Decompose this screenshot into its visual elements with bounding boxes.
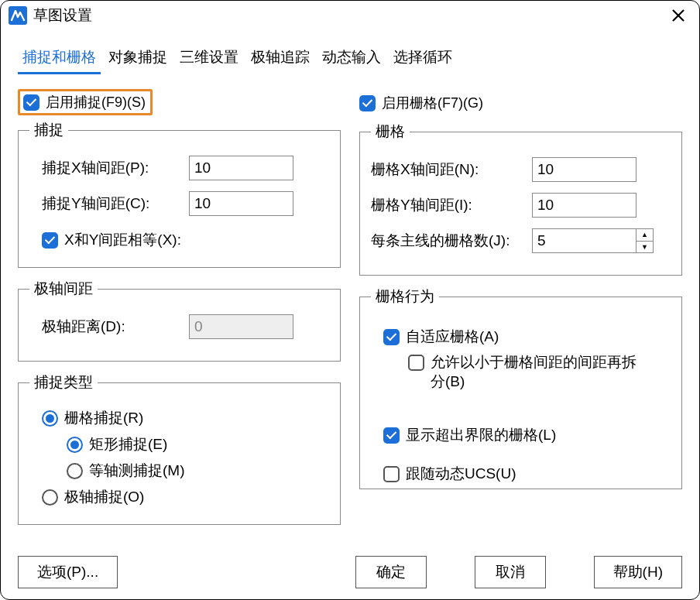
left-column: 启用捕捉(F9)(S) 捕捉 捕捉X轴间距(P): 捕捉Y轴间距(C):: [18, 89, 350, 536]
major-grid-spinner: ▲ ▼: [532, 228, 654, 253]
polar-snap-radio[interactable]: [42, 489, 58, 506]
snap-group-legend: 捕捉: [29, 120, 68, 140]
adaptive-grid-checkbox[interactable]: [383, 329, 400, 345]
enable-grid-label: 启用栅格(F7)(G): [382, 94, 483, 112]
xy-equal-label: X和Y间距相等(X):: [64, 230, 181, 250]
snap-group: 捕捉 捕捉X轴间距(P): 捕捉Y轴间距(C): X和Y间距相等(X):: [18, 120, 341, 268]
grid-behavior-legend: 栅格行为: [371, 286, 439, 307]
adaptive-grid-label: 自适应栅格(A): [406, 327, 499, 347]
tab-object-snap[interactable]: 对象捕捉: [104, 44, 172, 74]
follow-ucs-checkbox[interactable]: [383, 466, 400, 482]
snap-y-label: 捕捉Y轴间距(C):: [42, 194, 189, 214]
columns: 启用捕捉(F9)(S) 捕捉 捕捉X轴间距(P): 捕捉Y轴间距(C):: [18, 89, 682, 536]
snap-y-input[interactable]: [189, 191, 293, 216]
close-icon: [671, 9, 685, 22]
major-grid-label: 每条主线的栅格数(J):: [371, 231, 532, 251]
snap-x-label: 捕捉X轴间距(P):: [42, 158, 189, 178]
titlebar: 草图设置: [1, 1, 699, 30]
enable-snap-checkbox[interactable]: [23, 94, 39, 111]
allow-subdiv-checkbox[interactable]: [408, 355, 424, 371]
snap-x-input[interactable]: [189, 156, 293, 180]
dialog-title: 草图设置: [33, 5, 92, 26]
right-column: 启用栅格(F7)(G) 栅格 栅格X轴间距(N): 栅格Y轴间距(I): 每条主…: [350, 89, 682, 536]
grid-y-input[interactable]: [532, 193, 637, 218]
enable-snap-highlight: 启用捕捉(F9)(S): [18, 89, 153, 115]
app-icon: [9, 6, 27, 25]
tab-selection-cycle[interactable]: 选择循环: [389, 44, 457, 74]
enable-grid-checkbox[interactable]: [359, 95, 376, 111]
grid-snap-radio[interactable]: [42, 410, 58, 427]
snap-type-legend: 捕捉类型: [29, 372, 98, 393]
enable-snap-row: 启用捕捉(F9)(S): [18, 89, 341, 115]
ok-button[interactable]: 确定: [355, 556, 427, 588]
grid-x-label: 栅格X轴间距(N):: [371, 159, 532, 180]
close-button[interactable]: [668, 5, 688, 26]
grid-y-label: 栅格Y轴间距(I):: [371, 195, 532, 215]
spinner-buttons: ▲ ▼: [637, 228, 654, 253]
polar-spacing-legend: 极轴间距: [29, 279, 98, 299]
show-beyond-label: 显示超出界限的栅格(L): [406, 425, 556, 445]
major-grid-input[interactable]: [532, 228, 637, 253]
dialog-content: 捕捉和栅格 对象捕捉 三维设置 极轴追踪 动态输入 选择循环 启用捕捉(F9)(…: [1, 30, 699, 543]
dialog-footer: 选项(P)... 确定 取消 帮助(H): [1, 543, 699, 600]
tab-snap-grid[interactable]: 捕捉和栅格: [18, 44, 101, 74]
iso-snap-label: 等轴测捕捉(M): [89, 461, 184, 481]
sketch-settings-dialog: 草图设置 捕捉和栅格 对象捕捉 三维设置 极轴追踪 动态输入 选择循环 启用捕捉…: [0, 0, 700, 600]
tab-bar: 捕捉和栅格 对象捕捉 三维设置 极轴追踪 动态输入 选择循环: [18, 44, 682, 75]
enable-snap-label: 启用捕捉(F9)(S): [46, 93, 146, 111]
options-button[interactable]: 选项(P)...: [18, 556, 118, 588]
footer-spacer: [118, 556, 355, 588]
cancel-button[interactable]: 取消: [475, 556, 546, 588]
follow-ucs-label: 跟随动态UCS(U): [406, 464, 516, 484]
allow-subdiv-label: 允许以小于栅格间距的间距再拆分(B): [431, 353, 647, 391]
spinner-up-button[interactable]: ▲: [637, 229, 653, 242]
grid-group: 栅格 栅格X轴间距(N): 栅格Y轴间距(I): 每条主线的栅格数(J):: [359, 122, 682, 276]
xy-equal-checkbox[interactable]: [42, 232, 58, 249]
polar-dist-input: [189, 314, 293, 339]
tab-polar-track[interactable]: 极轴追踪: [246, 44, 314, 74]
grid-behavior-group: 栅格行为 自适应栅格(A) 允许以小于栅格间距的间距再拆分(B) 显示超出界限的…: [359, 286, 682, 489]
show-beyond-checkbox[interactable]: [383, 427, 400, 444]
tab-3d-settings[interactable]: 三维设置: [175, 44, 243, 74]
tab-dynamic-input[interactable]: 动态输入: [317, 44, 386, 74]
rect-snap-radio[interactable]: [67, 437, 83, 453]
polar-spacing-group: 极轴间距 极轴距离(D):: [18, 279, 341, 362]
grid-group-legend: 栅格: [371, 122, 410, 142]
spinner-down-button[interactable]: ▼: [637, 242, 653, 253]
grid-x-input[interactable]: [532, 157, 637, 182]
polar-dist-label: 极轴距离(D):: [42, 317, 189, 337]
grid-snap-label: 栅格捕捉(R): [64, 408, 143, 428]
iso-snap-radio[interactable]: [67, 463, 83, 479]
help-button[interactable]: 帮助(H): [594, 556, 682, 588]
snap-type-group: 捕捉类型 栅格捕捉(R) 矩形捕捉(E) 等轴测捕捉(M): [18, 372, 341, 525]
rect-snap-label: 矩形捕捉(E): [89, 434, 167, 454]
polar-snap-label: 极轴捕捉(O): [64, 487, 144, 507]
